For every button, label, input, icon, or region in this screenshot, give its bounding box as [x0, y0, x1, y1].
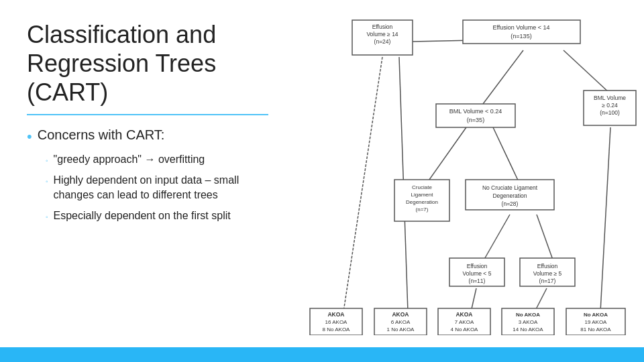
svg-text:Volume < 5: Volume < 5 — [463, 270, 492, 277]
sub-dot-2: ◦ — [46, 177, 48, 186]
svg-line-4 — [493, 127, 520, 184]
svg-text:Effusion: Effusion — [372, 23, 393, 30]
main-bullet: • Concerns with CART: — [27, 127, 268, 145]
svg-text:Effusion Volume < 14: Effusion Volume < 14 — [492, 24, 549, 31]
svg-text:Volume ≥ 5: Volume ≥ 5 — [533, 270, 562, 277]
svg-text:BML Volume < 0.24: BML Volume < 0.24 — [449, 108, 502, 115]
svg-text:BML Volume: BML Volume — [594, 95, 626, 101]
svg-text:Volume ≥ 14: Volume ≥ 14 — [366, 31, 398, 38]
svg-text:AKOA: AKOA — [392, 311, 409, 318]
svg-text:Degeneration: Degeneration — [406, 199, 438, 205]
svg-text:(n=11): (n=11) — [469, 278, 486, 284]
main-bullet-text: Concerns with CART: — [38, 127, 165, 143]
svg-text:(n=17): (n=17) — [539, 278, 556, 284]
sub-bullet-2-text: Highly dependent on input data – small c… — [54, 173, 268, 202]
svg-line-3 — [426, 127, 466, 184]
slide-title: Classification and Regression Trees (CAR… — [27, 20, 268, 107]
svg-text:Degeneration: Degeneration — [492, 192, 527, 199]
svg-text:AKOA: AKOA — [327, 311, 344, 318]
svg-text:1 No AKOA: 1 No AKOA — [387, 326, 415, 333]
tree-diagram-wrapper: Effusion Volume ≥ 14 (n=24) Effusion Vol… — [295, 7, 637, 335]
right-panel: Effusion Volume ≥ 14 (n=24) Effusion Vol… — [288, 0, 644, 362]
bottom-bar — [0, 347, 644, 362]
svg-line-6 — [537, 215, 553, 261]
sub-bullet-3: ◦ Especially dependent on the first spli… — [46, 208, 268, 223]
svg-text:7 AKOA: 7 AKOA — [455, 319, 474, 325]
svg-text:14 No AKOA: 14 No AKOA — [513, 326, 543, 333]
svg-text:(n=35): (n=35) — [467, 117, 484, 123]
svg-text:8 No AKOA: 8 No AKOA — [323, 326, 351, 333]
svg-line-11 — [600, 127, 610, 312]
svg-text:4 No AKOA: 4 No AKOA — [451, 326, 479, 333]
svg-text:Cruciate: Cruciate — [412, 184, 432, 190]
sub-bullet-2: ◦ Highly dependent on input data – small… — [46, 173, 268, 202]
sub-dot-3: ◦ — [46, 213, 48, 222]
tree-svg: Effusion Volume ≥ 14 (n=24) Effusion Vol… — [295, 7, 637, 335]
svg-text:19 AKOA: 19 AKOA — [585, 319, 608, 325]
svg-text:6 AKOA: 6 AKOA — [391, 319, 411, 325]
bullet-dot-main: • — [27, 128, 32, 145]
svg-text:(n=28): (n=28) — [502, 200, 519, 207]
svg-text:No Cruciate Ligament: No Cruciate Ligament — [482, 184, 538, 191]
svg-text:Effusion: Effusion — [537, 263, 558, 269]
title-divider — [27, 114, 268, 115]
sub-bullets-list: ◦ "greedy approach" → overfitting ◦ High… — [27, 152, 268, 223]
svg-text:No AKOA: No AKOA — [584, 312, 608, 318]
svg-text:(n=100): (n=100) — [600, 109, 620, 116]
svg-text:AKOA: AKOA — [455, 311, 472, 318]
svg-line-1 — [483, 50, 523, 104]
svg-line-2 — [564, 50, 610, 94]
sub-bullet-1: ◦ "greedy approach" → overfitting — [46, 152, 268, 167]
svg-text:(n=135): (n=135) — [511, 33, 531, 40]
svg-line-5 — [483, 215, 510, 261]
sub-bullet-1-text: "greedy approach" → overfitting — [54, 152, 205, 167]
slide-container: Classification and Regression Trees (CAR… — [0, 0, 644, 362]
svg-text:No AKOA: No AKOA — [516, 312, 540, 318]
svg-text:Ligament: Ligament — [411, 192, 434, 198]
svg-text:16 AKOA: 16 AKOA — [325, 319, 348, 325]
svg-text:(n=24): (n=24) — [374, 38, 391, 45]
svg-text:Effusion: Effusion — [467, 263, 488, 269]
left-panel: Classification and Regression Trees (CAR… — [0, 0, 288, 362]
sub-dot-1: ◦ — [46, 156, 48, 166]
sub-bullet-3-text: Especially dependent on the first split — [54, 208, 231, 223]
svg-text:≥ 0.24: ≥ 0.24 — [602, 102, 618, 109]
svg-text:3 AKOA: 3 AKOA — [519, 319, 538, 325]
svg-text:(n=7): (n=7) — [416, 206, 429, 213]
svg-text:81 No AKOA: 81 No AKOA — [580, 326, 611, 333]
svg-line-7 — [343, 57, 382, 312]
